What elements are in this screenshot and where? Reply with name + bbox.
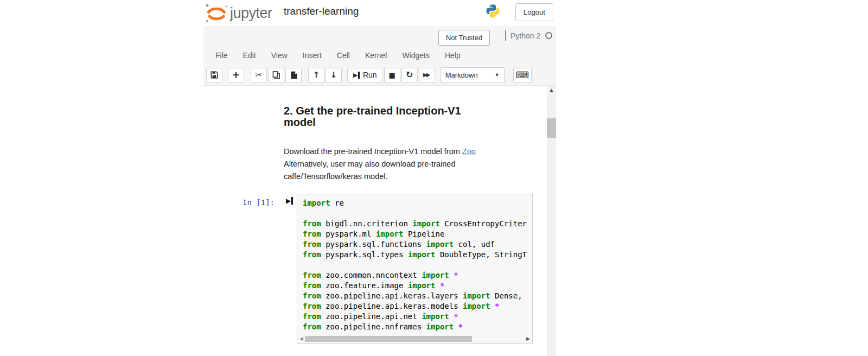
paste-icon [290,71,298,79]
move-cell-up-button[interactable]: ↑ [308,68,324,82]
heading-line-2: model [284,117,479,128]
header-band: Not Trusted Python 2 File Edit View Inse… [203,26,556,86]
move-cell-down-button[interactable]: ↓ [326,68,342,82]
kernel-separator [505,30,506,41]
run-cell-button[interactable]: ▶ Run [347,68,383,82]
restart-kernel-button[interactable]: ↻ [401,68,418,82]
kernel-name: Python 2 [510,31,540,40]
para-line-1: Download the pre-trained Inception-V1 mo… [284,145,512,158]
zoo-link[interactable]: Zoo [462,147,476,156]
horizontal-scroll-thumb[interactable] [305,336,472,342]
menu-widgets[interactable]: Widgets [394,51,437,60]
menu-cell[interactable]: Cell [329,51,358,60]
jupyter-notebook-window: jupyter transfer-learning Logout Not Tru… [0,0,868,356]
arrow-up-icon: ↑ [313,71,320,79]
python-logo-icon [486,3,500,21]
floppy-disk-icon [210,71,218,79]
plus-icon: + [232,70,240,80]
scissors-icon: ✂ [256,71,263,79]
copy-icon [272,71,280,79]
logout-button[interactable]: Logout [515,3,553,21]
cut-cells-button[interactable]: ✂ [251,68,267,82]
toolbar: + ✂ ↑ ↓ [206,67,532,83]
menu-view[interactable]: View [264,51,295,60]
step-forward-icon: ▶ [353,72,360,79]
cell-type-value: Markdown [445,71,478,79]
menu-help[interactable]: Help [437,51,468,60]
para-line-3: caffe/Tensorflow/keras model. [284,170,512,183]
arrow-down-icon: ↓ [330,71,337,79]
paste-cells-button[interactable] [285,68,302,82]
restart-run-all-button[interactable]: ▶▶ [419,68,435,82]
fast-forward-icon: ▶▶ [423,72,430,78]
insert-cell-below-button[interactable]: + [228,68,244,82]
cell-type-select[interactable]: Markdown ▼ [441,67,505,82]
chevron-down-icon: ▼ [495,72,500,78]
jupyter-logo-word: jupyter [230,5,272,22]
notebook-title[interactable]: transfer-learning [284,5,359,17]
run-this-cell-icon[interactable]: ▶ [286,197,293,205]
menu-file[interactable]: File [208,51,235,60]
heading-line-1: 2. Get the pre-trained Inception-V1 [284,105,479,117]
markdown-heading: 2. Get the pre-trained Inception-V1 mode… [284,105,479,128]
code-horizontal-scrollbar[interactable]: ◀ ▶ [298,334,532,343]
interrupt-kernel-button[interactable]: ■ [384,68,400,82]
code-cell[interactable]: import re from bigdl.nn.criterion import… [297,194,533,344]
copy-cells-button[interactable] [268,68,284,82]
menu-edit[interactable]: Edit [235,51,264,60]
scroll-left-arrow-icon[interactable]: ◀ [299,336,303,341]
keyboard-icon: ⌨ [515,71,529,80]
save-button[interactable] [206,68,222,82]
menu-insert[interactable]: Insert [295,51,329,60]
para-line-2: Alternatively, user may also download pr… [284,158,512,170]
scroll-up-arrow-icon[interactable]: ▲ [547,87,556,93]
jupyter-logo[interactable]: jupyter [205,2,272,24]
vertical-scroll-thumb[interactable] [547,118,556,138]
trust-status-button[interactable]: Not Trusted [438,30,490,46]
scroll-right-arrow-icon[interactable]: ▶ [526,336,530,341]
menubar: File Edit View Insert Cell Kernel Widget… [208,46,468,64]
kernel-indicator-icon [545,32,552,39]
page-vertical-scrollbar[interactable]: ▲ [547,86,556,356]
markdown-paragraph: Download the pre-trained Inception-V1 mo… [284,145,512,183]
menu-kernel[interactable]: Kernel [358,51,394,60]
input-prompt: In [1]: [242,198,275,207]
jupyter-logo-icon [205,2,228,24]
restart-icon: ↻ [406,71,413,79]
stop-icon: ■ [389,72,395,79]
code-editor[interactable]: import re from bigdl.nn.criterion import… [303,198,532,334]
command-palette-button[interactable]: ⌨ [513,68,532,82]
